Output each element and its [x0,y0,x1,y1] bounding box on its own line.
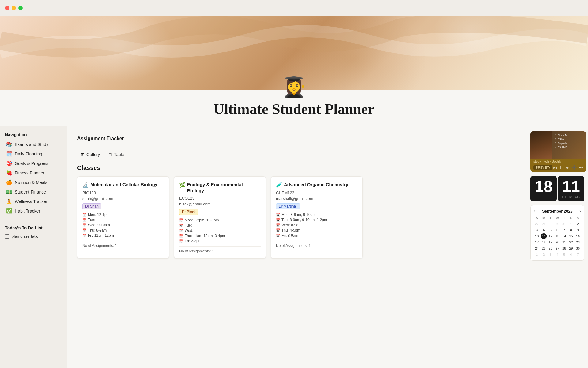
cal-day-4[interactable]: 4 [541,227,547,233]
dow-t1: T [548,216,554,220]
cal-day-oct3[interactable]: 3 [548,252,554,257]
cal-day-30b[interactable]: 30 [575,246,581,251]
cal-day-18[interactable]: 18 [541,240,547,245]
chem-schedule-tue: 📅Tue: 8-9am, 9-10am, 1-2pm [276,218,357,222]
sidebar-item-nutrition-meals[interactable]: 🍊 Nutrition & Meals [1,178,66,187]
date-number-11: 11 [559,178,583,194]
assignment-tracker-title: Assignment Tracker [77,136,124,141]
date-blocks: 18 11 THURSDAY [530,176,584,201]
cal-day-25[interactable]: 25 [541,246,547,251]
cal-day-19[interactable]: 19 [548,240,554,245]
cal-day-16[interactable]: 16 [575,233,581,239]
eco-schedule-wed: 📅Wed: [179,228,261,233]
cal-day-24[interactable]: 24 [534,246,540,251]
nutrition-meals-icon: 🍊 [6,179,12,185]
cal-day-7[interactable]: 7 [561,227,567,233]
tab-gallery[interactable]: ⊞ Gallery [77,150,104,159]
todo-item-plan-dissertation[interactable]: plan dissertation [5,233,62,240]
cal-day-14[interactable]: 14 [561,233,567,239]
cal-day-oct2[interactable]: 2 [541,252,547,257]
cal-day-17[interactable]: 17 [534,240,540,245]
nutrition-meals-label: Nutrition & Meals [15,180,47,185]
eco-code: ECO123 [179,196,261,201]
bio-icon: 🔬 [82,182,89,188]
cal-day-28b[interactable]: 28 [561,246,567,251]
habit-tracker-label: Habit Tracker [15,209,40,213]
cal-day-11[interactable]: 11 [541,233,547,239]
cal-day-5[interactable]: 5 [548,227,554,233]
cal-day-27[interactable]: 27 [534,221,540,227]
spotify-prev-icon[interactable]: ⏮ [553,165,557,170]
right-panel: 1Once M... 2E the 3Superbl 4JS AND... st… [527,126,588,368]
spotify-more-icon[interactable]: ••• [579,165,583,170]
schedule-wed: 📅Wed: 9-10am [82,223,164,227]
spotify-preview-button[interactable]: PREVIEW [533,165,552,170]
spotify-next-icon[interactable]: ⏭ [565,165,570,170]
cal-day-6[interactable]: 6 [554,227,560,233]
class-card-bio123: 🔬 Molecular and Cellular Biology BIO123 … [77,176,169,259]
fitness-planner-label: Fitness Planner [15,171,44,175]
eco-assignments: No of Assignments: 1 [179,246,261,253]
chem-schedule-thu: 📅Thu: 4-5pm [276,228,357,232]
cal-day-1[interactable]: 1 [568,221,574,227]
classes-title: Classes [77,164,517,171]
chem-assignments: No of Assignments: 1 [276,241,357,248]
cal-day-29[interactable]: 29 [548,221,554,227]
cal-day-10[interactable]: 10 [534,233,540,239]
sidebar-item-exams-study[interactable]: 📚 Exams and Study [1,140,66,149]
calendar-next-button[interactable]: › [579,209,581,213]
cal-day-8[interactable]: 8 [568,227,574,233]
maximize-button[interactable] [18,6,23,10]
cal-day-2[interactable]: 2 [575,221,581,227]
card-title-row-bio: 🔬 Molecular and Cellular Biology [82,182,164,188]
cal-day-20[interactable]: 20 [554,240,560,245]
chem-icon: 🧪 [276,182,282,188]
cal-day-30[interactable]: 30 [554,221,560,227]
cal-day-13[interactable]: 13 [554,233,560,239]
avatar-container: 👩‍🎓 [0,77,588,97]
sidebar-item-student-finance[interactable]: 💵 Student Finance [1,187,66,197]
cal-day-12[interactable]: 12 [548,233,554,239]
cal-day-23[interactable]: 23 [575,240,581,245]
cal-day-26[interactable]: 26 [548,246,554,251]
cal-day-3[interactable]: 3 [534,227,540,233]
cal-day-oct1[interactable]: 1 [534,252,540,257]
chem-schedule-wed: 📅Wed: 8-9am [276,223,357,227]
dow-t2: T [561,216,567,220]
close-button[interactable] [5,6,9,10]
cal-day-oct5[interactable]: 5 [561,252,567,257]
sidebar-item-fitness-planner[interactable]: 🍓 Fitness Planner [1,168,66,178]
sidebar-item-daily-planning[interactable]: 🗓️ Daily Planning [1,149,66,159]
dow-m: M [541,216,547,220]
cal-day-oct6[interactable]: 6 [568,252,574,257]
cal-day-21[interactable]: 21 [561,240,567,245]
spotify-widget: 1Once M... 2E the 3Superbl 4JS AND... st… [530,131,586,172]
cal-day-oct4[interactable]: 4 [554,252,560,257]
cal-day-15[interactable]: 15 [568,233,574,239]
calendar-header: ‹ September 2023 › [534,209,581,213]
cal-day-22[interactable]: 22 [568,240,574,245]
calendar-prev-button[interactable]: ‹ [534,209,535,213]
cal-day-oct7[interactable]: 7 [575,252,581,257]
card-title-row-eco: 🌿 Ecology & Environmental Biology [179,182,261,194]
goals-progress-icon: 🎯 [6,160,12,166]
todo-checkbox[interactable] [5,234,9,239]
minimize-button[interactable] [12,6,16,10]
sidebar-item-goals-progress[interactable]: 🎯 Goals & Progress [1,159,66,168]
cal-day-31[interactable]: 31 [561,221,567,227]
date-day-label: THURSDAY [559,196,583,199]
chem-email: marshall@gmail.com [276,196,357,201]
sidebar-item-habit-tracker[interactable]: ✅ Habit Tracker [1,206,66,216]
spotify-play-icon[interactable]: ⏸ [559,165,564,170]
cal-day-28[interactable]: 28 [541,221,547,227]
cal-day-9[interactable]: 9 [575,227,581,233]
mini-calendar: ‹ September 2023 › S M T W T F S 27 28 2 [530,205,584,261]
cal-day-29b[interactable]: 29 [568,246,574,251]
sidebar-item-wellness-tracker[interactable]: 🧘 Wellness Tracker [1,197,66,206]
class-card-chem123: 🧪 Advanced Organic Chemistry CHEM123 mar… [271,176,363,259]
tab-table[interactable]: ⊟ Table [105,150,128,159]
habit-tracker-icon: ✅ [6,208,12,214]
spotify-tracklist: 1Once M... 2E the 3Superbl 4JS AND... [555,133,570,149]
cal-day-27b[interactable]: 27 [554,246,560,251]
spotify-add-icon[interactable]: ➕ [571,165,577,170]
